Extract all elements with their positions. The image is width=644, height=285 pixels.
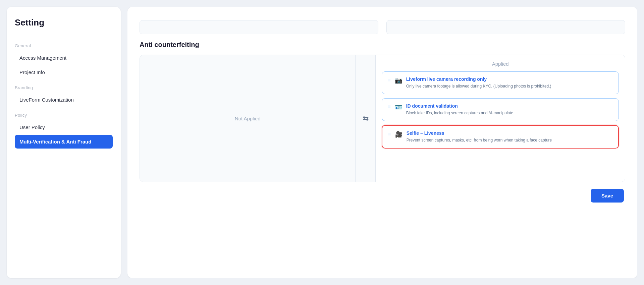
top-input-left[interactable] <box>140 20 378 34</box>
card-title-selfie-liveness: Selfie – Liveness <box>407 130 613 136</box>
type-icon-selfie-liveness: 🎥 <box>395 131 402 138</box>
sidebar-item-access-management[interactable]: Access Management <box>15 51 113 65</box>
type-icon-id-document-validation: 🪪 <box>395 104 402 111</box>
type-icon-liveform-camera: 📷 <box>395 77 402 84</box>
card-text-id-document-validation: ID document validation Block fake IDs, i… <box>406 103 613 116</box>
top-input-row <box>140 20 625 34</box>
section-title: Anti counterfeiting <box>140 41 625 49</box>
not-applied-label: Not Applied <box>235 116 261 121</box>
transfer-icon: ⇆ <box>363 114 369 123</box>
card-title-id-document-validation: ID document validation <box>406 103 613 109</box>
transfer-arrows[interactable]: ⇆ <box>356 55 376 182</box>
sidebar-section-label-general: General <box>15 43 113 48</box>
main-content: Anti counterfeiting Not Applied ⇆ Applie… <box>127 7 637 278</box>
sidebar-item-project-info[interactable]: Project Info <box>15 65 113 79</box>
drag-icon: ≡ <box>387 104 390 110</box>
not-applied-column: Not Applied <box>140 55 356 182</box>
applied-column: Applied ≡ 📷 Liveform live camera recordi… <box>376 55 625 182</box>
sidebar-item-user-policy[interactable]: User Policy <box>15 120 113 134</box>
drag-icon: ≡ <box>388 131 391 137</box>
drag-icon: ≡ <box>387 77 390 83</box>
card-text-selfie-liveness: Selfie – Liveness Prevent screen capture… <box>407 130 613 143</box>
card-desc-id-document-validation: Block fake IDs, including screen capture… <box>406 110 613 116</box>
card-desc-liveform-camera: Only live camera footage is allowed duri… <box>406 83 613 89</box>
sidebar-item-liveform-customization[interactable]: LiveForm Customization <box>15 93 113 107</box>
sidebar-section-label-policy: Policy <box>15 113 113 118</box>
applied-card-liveform-camera[interactable]: ≡ 📷 Liveform live camera recording only … <box>382 71 619 94</box>
top-partial-section <box>140 7 625 34</box>
content-panel: Anti counterfeiting Not Applied ⇆ Applie… <box>127 7 637 278</box>
applied-header: Applied <box>382 61 619 67</box>
applied-cards-list: ≡ 📷 Liveform live camera recording only … <box>382 71 619 153</box>
applied-card-id-document-validation[interactable]: ≡ 🪪 ID document validation Block fake ID… <box>382 98 619 121</box>
save-button-wrapper: Save <box>140 189 625 203</box>
top-input-right[interactable] <box>386 20 625 34</box>
sidebar: Setting GeneralAccess ManagementProject … <box>7 7 121 278</box>
card-text-liveform-camera: Liveform live camera recording only Only… <box>406 76 613 89</box>
sidebar-item-multi-verification[interactable]: Multi-Verification & Anti Fraud <box>15 135 113 149</box>
card-title-liveform-camera: Liveform live camera recording only <box>406 76 613 82</box>
anti-counterfeiting-panel: Not Applied ⇆ Applied ≡ 📷 Liveform live … <box>140 55 625 182</box>
sidebar-section-label-branding: Branding <box>15 85 113 90</box>
sidebar-title: Setting <box>15 17 113 28</box>
card-desc-selfie-liveness: Prevent screen captures, masks, etc. fro… <box>407 137 613 143</box>
applied-card-selfie-liveness[interactable]: ≡ 🎥 Selfie – Liveness Prevent screen cap… <box>382 125 619 149</box>
save-button[interactable]: Save <box>591 189 624 203</box>
